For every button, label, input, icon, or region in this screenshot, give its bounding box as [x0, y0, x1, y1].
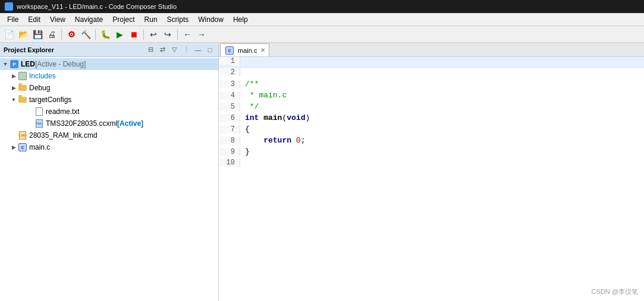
maximize-sidebar-btn[interactable]: □	[205, 45, 215, 55]
menu-edit[interactable]: Edit	[23, 14, 45, 25]
tree-arrow-targetconfigs: ▼	[10, 96, 18, 104]
line-num-1: 1	[219, 57, 240, 65]
toolbar-redo-btn[interactable]: ↪	[161, 28, 174, 41]
tree-arrow-includes: ▶	[10, 72, 18, 80]
project-explorer-panel: Project Explorer ⊟ ⇄ ▽ ⋮ — □ ▼ P LED [Ac…	[0, 43, 219, 301]
toolbar-separator-4	[177, 29, 178, 40]
sidebar-header: Project Explorer ⊟ ⇄ ▽ ⋮ — □	[0, 43, 218, 57]
code-line-3: 3 /**	[219, 80, 644, 91]
tree-label-readme: readme.txt	[46, 107, 80, 116]
line-num-10: 10	[219, 159, 240, 167]
toolbar-save-btn[interactable]: 💾	[31, 28, 44, 41]
toolbar-back-btn[interactable]: ←	[181, 28, 194, 41]
toolbar-separator-2	[95, 29, 96, 40]
toolbar-btn-4[interactable]: 🖨	[45, 28, 58, 41]
line-num-8: 8	[219, 137, 240, 145]
toolbar-separator-1	[61, 29, 62, 40]
menu-navigate[interactable]: Navigate	[70, 14, 108, 25]
toolbar-debug-btn[interactable]: 🐛	[99, 28, 112, 41]
readme-txt-icon	[34, 107, 44, 116]
debug-folder-icon	[18, 83, 27, 93]
sidebar-title: Project Explorer	[4, 46, 143, 53]
watermark-text: CSDN @李仪笔	[592, 288, 638, 295]
tab-mainc[interactable]: c main.c ✕	[220, 43, 269, 56]
tree-arrow-led: ▼	[1, 60, 10, 68]
tree-label-debug: Debug	[29, 84, 50, 92]
app-icon	[5, 2, 13, 11]
tab-mainc-label: main.c	[238, 47, 257, 54]
title-bar: workspace_V11 - LED/main.c - Code Compos…	[0, 0, 644, 13]
toolbar-separator-3	[143, 29, 144, 40]
line-content-5: */	[240, 102, 259, 111]
menu-view[interactable]: View	[45, 14, 70, 25]
menu-scripts[interactable]: Scripts	[162, 14, 194, 25]
code-line-4: 4 * main.c	[219, 91, 644, 102]
tree-label-led-active: [Active - Debug]	[35, 60, 86, 68]
includes-icon	[18, 71, 27, 81]
tab-close-btn[interactable]: ✕	[259, 47, 266, 54]
tree-arrow-debug: ▶	[10, 84, 18, 92]
code-editor[interactable]: 1 2 3 /** 4 * main.c 5 */ 6 int main(v	[219, 57, 644, 301]
toolbar-build-btn[interactable]: ⚙	[65, 28, 78, 41]
tree-label-tms320-active: [Active]	[117, 119, 143, 128]
toolbar-btn-9[interactable]: ⏹	[127, 28, 140, 41]
editor-area: c main.c ✕ 1 2 3 /** 4 * main.c	[219, 43, 644, 301]
sidebar-tree: ▼ P LED [Active - Debug] ▶ Includes ▶	[0, 57, 218, 301]
line-num-2: 2	[219, 68, 240, 77]
toolbar-btn-6[interactable]: 🔨	[79, 28, 92, 41]
menu-project[interactable]: Project	[108, 14, 139, 25]
tree-item-mainc[interactable]: ▶ c main.c	[0, 141, 218, 153]
filter-btn[interactable]: ▽	[169, 45, 179, 55]
tree-label-targetconfigs: targetConfigs	[29, 96, 71, 104]
c-file-icon: c	[18, 142, 27, 152]
main-layout: Project Explorer ⊟ ⇄ ▽ ⋮ — □ ▼ P LED [Ac…	[0, 43, 644, 301]
code-line-9: 9 }	[219, 147, 644, 159]
toolbar-fwd-btn[interactable]: →	[195, 28, 208, 41]
line-num-5: 5	[219, 103, 240, 111]
code-line-6: 6 int main(void)	[219, 113, 644, 125]
line-num-6: 6	[219, 114, 240, 122]
minimize-sidebar-btn[interactable]: —	[193, 45, 203, 55]
line-content-3: /**	[240, 80, 259, 88]
tree-item-targetconfigs[interactable]: ▼ targetConfigs	[0, 94, 218, 106]
tree-arrow-mainc: ▶	[10, 143, 18, 151]
tree-item-debug[interactable]: ▶ Debug	[0, 82, 218, 94]
line-num-9: 9	[219, 148, 240, 156]
menu-file[interactable]: File	[2, 14, 23, 25]
tree-arrow-tms320	[26, 119, 34, 128]
tree-arrow-ramlink	[10, 131, 18, 140]
line-num-3: 3	[219, 80, 240, 88]
tree-label-includes: Includes	[29, 72, 56, 80]
tree-item-readme[interactable]: readme.txt	[0, 106, 218, 118]
sidebar-menu-btn[interactable]: ⋮	[181, 45, 191, 55]
menu-help[interactable]: Help	[228, 14, 253, 25]
title-text: workspace_V11 - LED/main.c - Code Compos…	[17, 3, 177, 10]
line-content-6: int main(void)	[240, 113, 310, 122]
toolbar-run-btn[interactable]: ▶	[113, 28, 126, 41]
tree-item-led-project[interactable]: ▼ P LED [Active - Debug]	[0, 58, 218, 70]
code-line-7: 7 {	[219, 125, 644, 136]
ccxml-icon: XML	[34, 119, 44, 128]
code-line-1: 1	[219, 57, 644, 68]
code-line-5: 5 */	[219, 102, 644, 113]
tree-label-ramlink: 28035_RAM_lnk.cmd	[29, 131, 98, 140]
tree-item-tms320[interactable]: XML TMS320F28035.ccxml [Active]	[0, 118, 218, 129]
tree-label-led: LED	[21, 60, 35, 68]
code-line-10: 10	[219, 159, 644, 170]
tree-item-ramlink[interactable]: CMD 28035_RAM_lnk.cmd	[0, 129, 218, 141]
line-content-9: }	[240, 147, 250, 156]
toolbar-undo-btn[interactable]: ↩	[147, 28, 160, 41]
menu-run[interactable]: Run	[140, 14, 162, 25]
tree-item-includes[interactable]: ▶ Includes	[0, 70, 218, 82]
collapse-all-btn[interactable]: ⊟	[146, 45, 155, 55]
code-line-2: 2	[219, 68, 644, 80]
menu-window[interactable]: Window	[193, 14, 228, 25]
line-content-8: return 0;	[240, 136, 305, 145]
tree-arrow-readme	[26, 107, 34, 116]
menu-bar: File Edit View Navigate Project Run Scri…	[0, 13, 644, 26]
toolbar-new-btn[interactable]: 📄	[2, 28, 15, 41]
toolbar-btn-2[interactable]: 📂	[17, 28, 30, 41]
link-editor-btn[interactable]: ⇄	[158, 45, 167, 55]
tree-label-tms320: TMS320F28035.ccxml	[46, 119, 117, 128]
toolbar: 📄 📂 💾 🖨 ⚙ 🔨 🐛 ▶ ⏹ ↩ ↪ ← →	[0, 26, 644, 43]
